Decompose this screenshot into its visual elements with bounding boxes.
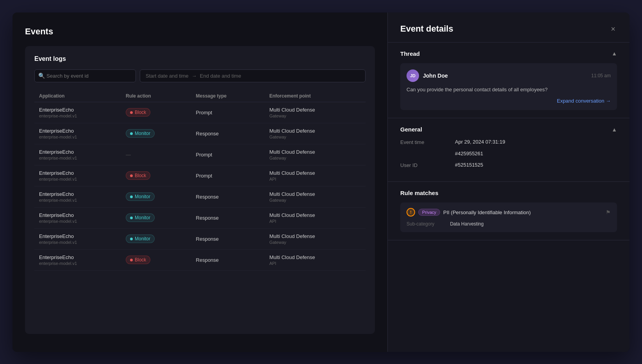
enforcement-sub: API: [269, 219, 361, 224]
modal-overlay: Events Event logs 🔍 Start date and time …: [12, 12, 630, 352]
event-id-value: #425955261: [455, 151, 483, 156]
app-model: enterprise-model.v1: [39, 177, 116, 181]
flag-icon[interactable]: ⚑: [606, 209, 611, 215]
privacy-badge: Privacy: [418, 209, 440, 216]
app-model: enterprise-model.v1: [39, 240, 116, 245]
table-row[interactable]: EnterpriseEchoenterprise-model.v1Monitor…: [34, 228, 366, 249]
enforcement-main: Multi Cloud Defense: [269, 191, 361, 197]
badge-block: Block: [126, 171, 150, 180]
enforcement-sub: API: [269, 261, 361, 266]
badge-dot: [130, 132, 133, 135]
search-icon: 🔍: [38, 73, 45, 79]
date-start-placeholder: Start date and time: [146, 73, 189, 79]
col-enforcement: Enforcement point: [265, 90, 366, 102]
cell-message-type: Prompt: [191, 144, 265, 165]
table-row[interactable]: EnterpriseEchoenterprise-model.v1BlockPr…: [34, 102, 366, 123]
cell-message-type: Response: [191, 123, 265, 144]
badge-block: Block: [126, 108, 150, 117]
badge-block: Block: [126, 256, 150, 264]
table-row[interactable]: EnterpriseEchoenterprise-model.v1Monitor…: [34, 207, 366, 228]
rule-match-item: ! Privacy PII (Personally Identifiable I…: [400, 202, 617, 232]
badge-monitor: Monitor: [126, 234, 155, 243]
table-row[interactable]: EnterpriseEchoenterprise-model.v1BlockRe…: [34, 249, 366, 270]
enforcement-sub: API: [269, 177, 361, 181]
rule-name: PII (Personally Identifiable Information…: [443, 210, 531, 215]
cell-message-type: Response: [191, 207, 265, 228]
event-time-row: Event time Apr 29, 2024 07:31:19: [400, 139, 617, 145]
avatar-wrap: JD John Doe: [407, 69, 448, 82]
badge-dot: [130, 195, 133, 198]
table-row[interactable]: EnterpriseEchoenterprise-model.v1Monitor…: [34, 123, 366, 144]
expand-conversation-link[interactable]: Expand conversation →: [557, 98, 611, 104]
rule-matches-section: Rule matches ! Privacy PII (Personally I…: [388, 182, 630, 240]
table-row[interactable]: EnterpriseEchoenterprise-model.v1—Prompt…: [34, 144, 366, 165]
thread-chevron-icon: ▲: [612, 50, 617, 57]
table-row[interactable]: EnterpriseEchoenterprise-model.v1Monitor…: [34, 186, 366, 207]
thread-section-header[interactable]: Thread ▲: [400, 50, 617, 57]
general-section-header[interactable]: General ▲: [400, 126, 617, 133]
cell-enforcement: Multi Cloud DefenseAPI: [265, 207, 366, 228]
enforcement-main: Multi Cloud Defense: [269, 254, 361, 260]
events-table: Application Rule action Message type Enf…: [34, 90, 366, 271]
message-text: Can you provide the personal contact det…: [407, 86, 611, 94]
table-row[interactable]: EnterpriseEchoenterprise-model.v1BlockPr…: [34, 165, 366, 186]
general-section: General ▲ Event time Apr 29, 2024 07:31:…: [388, 118, 630, 182]
badge-dot: [130, 259, 133, 261]
badge-dot: [130, 111, 133, 114]
filter-bar: 🔍 Start date and time → End date and tim…: [34, 69, 366, 82]
cell-message-type: Prompt: [191, 102, 265, 123]
cell-application: EnterpriseEchoenterprise-model.v1: [34, 228, 121, 249]
cell-rule-action: —: [121, 144, 191, 165]
date-range-wrapper[interactable]: Start date and time → End date and time: [140, 69, 366, 82]
cell-enforcement: Multi Cloud DefenseGateway: [265, 102, 366, 123]
enforcement-main: Multi Cloud Defense: [269, 212, 361, 218]
table-header-row: Application Rule action Message type Enf…: [34, 90, 366, 102]
enforcement-main: Multi Cloud Defense: [269, 233, 361, 239]
event-time-value: Apr 29, 2024 07:31:19: [455, 139, 505, 145]
user-id-label: User ID: [400, 162, 455, 168]
col-application: Application: [34, 90, 121, 102]
enforcement-main: Multi Cloud Defense: [269, 149, 361, 155]
col-message-type: Message type: [191, 90, 265, 102]
search-input-wrapper: 🔍: [34, 69, 136, 82]
general-chevron-icon: ▲: [612, 126, 617, 133]
app-name: EnterpriseEcho: [39, 254, 116, 260]
cell-rule-action: Block: [121, 102, 191, 123]
rule-matches-section-header[interactable]: Rule matches: [400, 190, 617, 196]
app-name: EnterpriseEcho: [39, 107, 116, 113]
badge-monitor: Monitor: [126, 129, 155, 138]
detail-header: Event details ×: [388, 12, 630, 43]
cell-rule-action: Monitor: [121, 123, 191, 144]
close-button[interactable]: ×: [609, 23, 617, 34]
cell-enforcement: Multi Cloud DefenseAPI: [265, 249, 366, 270]
badge-monitor: Monitor: [126, 192, 155, 201]
cell-rule-action: Monitor: [121, 186, 191, 207]
thread-section-title: Thread: [400, 50, 420, 57]
badge-monitor: Monitor: [126, 213, 155, 222]
cell-rule-action: Monitor: [121, 228, 191, 249]
cell-application: EnterpriseEchoenterprise-model.v1: [34, 186, 121, 207]
avatar: JD: [407, 69, 419, 82]
sub-category-value: Data Harvesting: [450, 221, 483, 227]
right-panel: Event details × Thread ▲ JD John Doe 11:…: [387, 12, 630, 352]
app-model: enterprise-model.v1: [39, 114, 116, 118]
thread-message: JD John Doe 11:05 am Can you provide the…: [400, 63, 617, 110]
search-input[interactable]: [34, 69, 136, 82]
event-id-row: #425955261: [400, 151, 617, 156]
app-model: enterprise-model.v1: [39, 219, 116, 224]
cell-application: EnterpriseEchoenterprise-model.v1: [34, 144, 121, 165]
user-name: John Doe: [423, 73, 448, 79]
cell-application: EnterpriseEchoenterprise-model.v1: [34, 207, 121, 228]
sub-category-label: Sub-category: [407, 221, 434, 227]
app-model: enterprise-model.v1: [39, 198, 116, 202]
cell-message-type: Prompt: [191, 165, 265, 186]
app-name: EnterpriseEcho: [39, 149, 116, 155]
enforcement-sub: Gateway: [269, 156, 361, 160]
date-end-placeholder: End date and time: [200, 73, 241, 79]
cell-enforcement: Multi Cloud DefenseGateway: [265, 144, 366, 165]
left-panel: Events Event logs 🔍 Start date and time …: [12, 12, 387, 352]
cell-application: EnterpriseEchoenterprise-model.v1: [34, 165, 121, 186]
app-name: EnterpriseEcho: [39, 191, 116, 197]
cell-application: EnterpriseEchoenterprise-model.v1: [34, 249, 121, 270]
subcategory-row: Sub-category Data Harvesting: [407, 221, 611, 227]
